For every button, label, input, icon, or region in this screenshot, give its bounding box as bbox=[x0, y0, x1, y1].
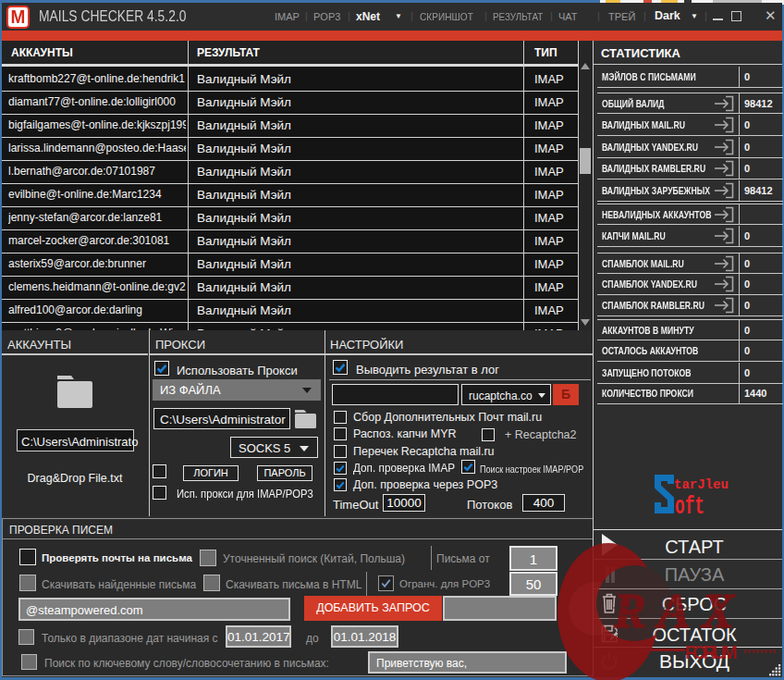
svg-text:tarJleu: tarJleu bbox=[674, 477, 729, 492]
svg-text:oft: oft bbox=[675, 493, 704, 519]
